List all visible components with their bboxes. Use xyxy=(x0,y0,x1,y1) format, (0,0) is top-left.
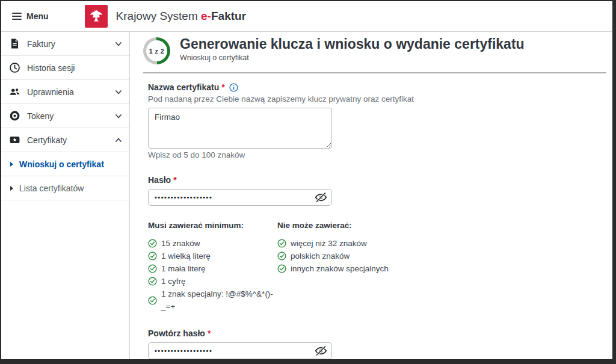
chevron-up-icon xyxy=(115,137,122,144)
check-circle-icon xyxy=(277,251,286,261)
password-requirements: Musi zawierać minimum: 15 znaków 1 wielk… xyxy=(148,221,606,313)
triangle-bullet-icon xyxy=(10,186,13,191)
token-icon xyxy=(9,110,20,122)
sidebar-item-label: Certyfikaty xyxy=(27,135,108,145)
requirement-item: 1 cyfrę xyxy=(148,275,277,288)
requirement-item: 1 mała literę xyxy=(148,262,277,275)
sidebar-item-tokeny[interactable]: Tokeny xyxy=(1,104,129,128)
sidebar-item-wnioskuj-o-certyfikat[interactable]: Wnioskuj o certyfikat xyxy=(1,152,129,176)
menu-button[interactable]: Menu xyxy=(12,11,49,21)
check-circle-icon xyxy=(148,277,157,286)
certificate-icon xyxy=(9,134,20,146)
sidebar-subitem-label: Lista certyfikatów xyxy=(19,184,84,193)
requirement-item: 15 znaków xyxy=(148,237,277,250)
sidebar-item-lista-certyfikatow[interactable]: Lista certyfikatów xyxy=(1,176,129,200)
chevron-down-icon xyxy=(115,88,122,96)
sidebar-item-label: Faktury xyxy=(27,39,108,49)
check-circle-icon xyxy=(148,251,157,261)
sidebar-item-faktury[interactable]: Faktury xyxy=(1,32,129,56)
eye-slash-icon xyxy=(315,345,327,357)
sidebar-item-label: Uprawnienia xyxy=(27,87,108,97)
name-field-label: Nazwa certyfikatu * xyxy=(148,82,606,92)
cannot-contain-title: Nie może zawierać: xyxy=(277,221,389,230)
sidebar-item-uprawnienia[interactable]: Uprawnienia xyxy=(1,80,129,104)
sidebar-item-label: Historia sesji xyxy=(27,63,122,73)
info-icon[interactable] xyxy=(229,83,238,92)
required-asterisk: * xyxy=(172,175,177,185)
eye-slash-icon xyxy=(315,191,327,203)
requirement-item: innych znaków specjalnych xyxy=(277,262,389,275)
required-asterisk: * xyxy=(220,82,226,92)
ksef-app-window: Menu Krajowy System e-Faktur Faktury xyxy=(0,0,616,364)
certificate-form: Nazwa certyfikatu * Pod nadaną przez Cie… xyxy=(148,82,606,359)
required-asterisk: * xyxy=(206,329,212,338)
password-field-label: Hasło * xyxy=(148,175,606,185)
repeat-password-field-label: Powtórz hasło * xyxy=(148,329,606,338)
check-circle-icon xyxy=(148,239,157,248)
sidebar-item-certyfikaty[interactable]: Certyfikaty xyxy=(1,128,129,152)
chevron-down-icon xyxy=(115,113,122,120)
repeat-password-input[interactable] xyxy=(148,342,332,359)
name-field-help: Pod nadaną przez Ciebie nazwą zapiszemy … xyxy=(148,94,606,103)
name-field-hint: Wpisz od 5 do 100 znaków xyxy=(148,150,606,159)
password-input[interactable] xyxy=(148,189,332,206)
toggle-password-visibility-button[interactable] xyxy=(315,191,327,203)
check-circle-icon xyxy=(148,296,157,305)
app-title: Krajowy System e-Faktur xyxy=(116,10,246,23)
requirement-item: więcej niż 32 znaków xyxy=(277,237,389,250)
title-divider xyxy=(143,72,606,73)
sidebar-item-label: Tokeny xyxy=(27,111,108,121)
certificate-name-input[interactable]: Firmao xyxy=(148,108,332,149)
requirement-item: 1 wielką literę xyxy=(148,250,277,262)
menu-button-label: Menu xyxy=(26,11,49,21)
check-circle-icon xyxy=(277,264,286,273)
check-circle-icon xyxy=(148,264,157,273)
must-contain-title: Musi zawierać minimum: xyxy=(148,221,277,230)
brand-accent: e- xyxy=(201,10,211,22)
hamburger-icon xyxy=(12,13,22,20)
sidebar-item-historia-sesji[interactable]: Historia sesji xyxy=(1,56,129,80)
requirement-item: polskich znaków xyxy=(277,250,389,262)
toggle-repeat-password-visibility-button[interactable] xyxy=(315,345,327,357)
clock-icon xyxy=(9,62,20,73)
sidebar-subitem-label: Wnioskuj o certyfikat xyxy=(19,159,104,169)
page-subtitle: Wnioskuj o certyfikat xyxy=(180,54,525,62)
document-icon xyxy=(9,38,20,49)
polish-eagle-logo xyxy=(85,5,108,28)
step-indicator: 1 z 2 xyxy=(146,40,167,61)
requirement-item: 1 znak specjalny: !@#$%^&*()-_=+ xyxy=(148,288,277,313)
sidebar-nav: Faktury Historia sesji Uprawnienia xyxy=(1,32,130,359)
triangle-bullet-icon xyxy=(10,162,13,167)
app-header: Menu Krajowy System e-Faktur xyxy=(1,1,612,32)
step-progress-ring: 1 z 2 xyxy=(143,37,170,64)
main-content: 1 z 2 Generowanie klucza i wniosku o wyd… xyxy=(130,32,612,359)
page-title: Generowanie klucza i wniosku o wydanie c… xyxy=(180,36,525,52)
chevron-down-icon xyxy=(115,40,122,48)
people-icon xyxy=(9,86,20,97)
eagle-icon xyxy=(88,8,105,25)
check-circle-icon xyxy=(277,239,286,248)
